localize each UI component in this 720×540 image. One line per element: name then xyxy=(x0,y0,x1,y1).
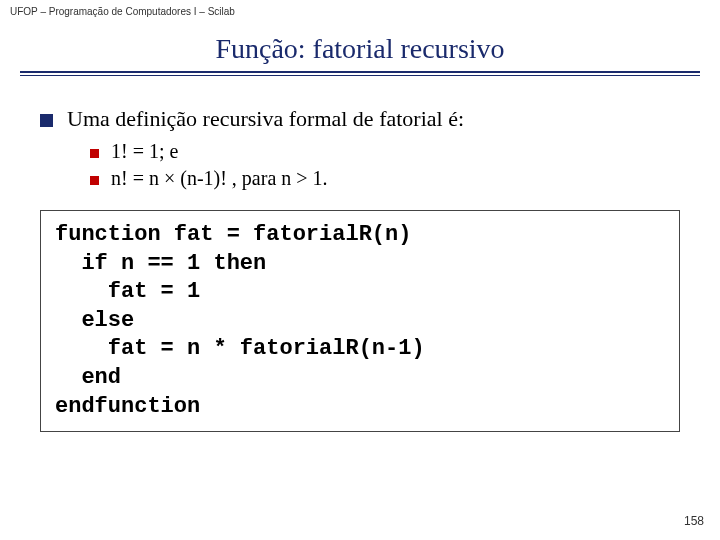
content-area: Uma definição recursiva formal de fatori… xyxy=(0,86,720,190)
bullet-level2: n! = n × (n-1)! , para n > 1. xyxy=(90,167,680,190)
course-header: UFOP – Programação de Computadores I – S… xyxy=(0,0,720,23)
square-bullet-small-icon xyxy=(90,176,99,185)
bullet-text: 1! = 1; e xyxy=(111,140,178,163)
code-block: function fat = fatorialR(n) if n == 1 th… xyxy=(40,210,680,432)
slide-title: Função: fatorial recursivo xyxy=(0,33,720,65)
bullet-text: Uma definição recursiva formal de fatori… xyxy=(67,106,464,132)
square-bullet-small-icon xyxy=(90,149,99,158)
title-rule xyxy=(20,71,700,76)
square-bullet-icon xyxy=(40,114,53,127)
bullet-level1: Uma definição recursiva formal de fatori… xyxy=(40,106,680,132)
bullet-level2: 1! = 1; e xyxy=(90,140,680,163)
bullet-text: n! = n × (n-1)! , para n > 1. xyxy=(111,167,328,190)
page-number: 158 xyxy=(684,514,704,528)
